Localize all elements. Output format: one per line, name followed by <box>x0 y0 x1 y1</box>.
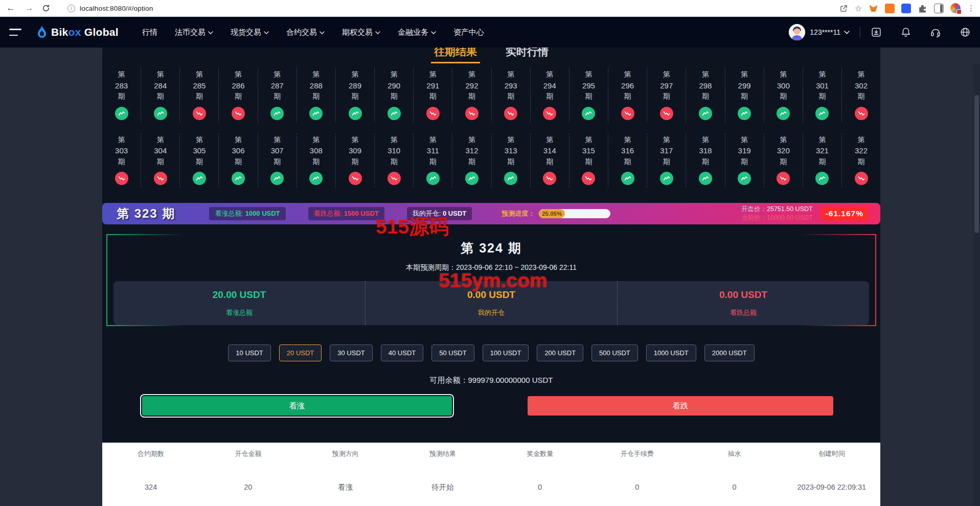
amount-button-10-usdt[interactable]: 10 USDT <box>228 344 270 361</box>
period-cell-316[interactable]: 第316期 <box>608 133 647 188</box>
period-cell-322[interactable]: 第322期 <box>842 133 880 188</box>
scrollbar-thumb[interactable] <box>974 95 979 233</box>
amount-button-40-usdt[interactable]: 40 USDT <box>381 344 423 361</box>
result-up-icon <box>660 172 673 185</box>
browser-profile-avatar[interactable] <box>950 3 961 13</box>
site-info-icon[interactable]: i <box>67 5 75 12</box>
hamburger-menu-icon[interactable] <box>9 29 21 36</box>
progress-bar: 25.05% <box>539 209 610 218</box>
nav-item-option-trade[interactable]: 期权交易 <box>342 28 380 37</box>
download-app-icon[interactable] <box>871 27 882 38</box>
refresh-icon[interactable] <box>42 4 53 12</box>
period-cell-299[interactable]: 第299期 <box>725 68 764 122</box>
tab-realtime-market[interactable]: 实时行情 <box>503 48 552 63</box>
metamask-extension-icon[interactable] <box>869 4 878 13</box>
amount-button-2000-usdt[interactable]: 2000 USDT <box>704 344 755 361</box>
table-header-cell: 合约期数 <box>102 449 199 458</box>
table-cell: 2023-09-06 22:09:31 <box>783 483 880 491</box>
nav-item-assets[interactable]: 资产中心 <box>453 28 484 37</box>
period-cell-307[interactable]: 第307期 <box>258 133 297 188</box>
period-cell-296[interactable]: 第296期 <box>608 68 647 122</box>
total-up-pill: 看涨总额: 1000 USDT <box>209 207 285 220</box>
extension-icon-blue[interactable] <box>901 4 911 13</box>
page-scrollbar[interactable] <box>973 64 980 506</box>
url-bar[interactable]: i localhost:8080/#/option <box>60 5 832 12</box>
period-cell-315[interactable]: 第315期 <box>569 133 608 188</box>
extensions-puzzle-icon[interactable] <box>918 4 927 13</box>
period-cell-303[interactable]: 第303期 <box>102 133 141 188</box>
nav-item-fiat-trade[interactable]: 法币交易 <box>175 28 213 37</box>
period-cell-308[interactable]: 第308期 <box>297 133 336 188</box>
navbar-icons <box>871 27 971 38</box>
period-cell-317[interactable]: 第317期 <box>647 133 686 188</box>
period-cell-295[interactable]: 第295期 <box>569 68 608 122</box>
period-cell-301[interactable]: 第301期 <box>803 68 842 122</box>
period-cell-290[interactable]: 第290期 <box>375 68 414 122</box>
period-cell-293[interactable]: 第293期 <box>492 68 531 122</box>
period-cell-306[interactable]: 第306期 <box>219 133 258 188</box>
period-cell-318[interactable]: 第318期 <box>686 133 725 188</box>
period-cell-292[interactable]: 第292期 <box>452 68 491 122</box>
language-globe-icon[interactable] <box>960 27 971 38</box>
nav-item-market[interactable]: 行情 <box>142 28 157 37</box>
period-324-box: 第 324 期 本期预测周期：2023-09-06 22:10 ~ 2023-0… <box>106 234 876 326</box>
period-cell-320[interactable]: 第320期 <box>764 133 803 188</box>
period-cell-310[interactable]: 第310期 <box>375 133 414 188</box>
period-cell-313[interactable]: 第313期 <box>492 133 531 188</box>
trend-up-icon <box>311 109 321 118</box>
bookmark-star-icon[interactable]: ☆ <box>855 4 862 13</box>
back-icon[interactable]: ← <box>5 3 16 13</box>
logo[interactable]: Bikox Global <box>36 25 119 39</box>
logo-text: Bikox Global <box>51 26 119 38</box>
period-cell-302[interactable]: 第302期 <box>842 68 880 122</box>
period-cell-288[interactable]: 第288期 <box>297 68 336 122</box>
period-cell-284[interactable]: 第284期 <box>141 68 180 122</box>
forward-icon[interactable]: → <box>24 3 35 13</box>
period-cell-289[interactable]: 第289期 <box>336 68 375 122</box>
nav-item-finance[interactable]: 金融业务 <box>398 28 436 37</box>
side-panel-icon[interactable] <box>934 4 944 13</box>
period-cell-294[interactable]: 第294期 <box>531 68 569 122</box>
tab-past-results[interactable]: 往期结果 <box>431 48 480 63</box>
extension-icon-orange[interactable] <box>885 4 895 13</box>
period-cell-286[interactable]: 第286期 <box>219 68 258 122</box>
amount-button-50-usdt[interactable]: 50 USDT <box>431 344 474 361</box>
period-cell-319[interactable]: 第319期 <box>725 133 764 188</box>
period-cell-297[interactable]: 第297期 <box>647 68 686 122</box>
progress-fill: 25.05% <box>539 209 565 218</box>
period-cell-283[interactable]: 第283期 <box>102 68 141 122</box>
period-cell-304[interactable]: 第304期 <box>141 133 180 188</box>
amount-button-1000-usdt[interactable]: 1000 USDT <box>646 344 696 361</box>
period-cell-285[interactable]: 第285期 <box>180 68 219 122</box>
amount-button-30-usdt[interactable]: 30 USDT <box>330 344 372 361</box>
trend-down-icon <box>623 109 632 118</box>
period-cell-312[interactable]: 第312期 <box>452 133 491 188</box>
result-down-icon <box>154 172 167 185</box>
period-cell-300[interactable]: 第300期 <box>764 68 803 122</box>
period-cell-298[interactable]: 第298期 <box>686 68 725 122</box>
buy-down-button[interactable]: 看跌 <box>528 396 833 416</box>
period-cell-291[interactable]: 第291期 <box>414 68 452 122</box>
chevron-down-icon[interactable] <box>844 31 850 34</box>
bell-icon[interactable] <box>900 27 911 38</box>
period-cell-309[interactable]: 第309期 <box>336 133 375 188</box>
username[interactable]: 123****11 <box>810 28 840 36</box>
period-cell-287[interactable]: 第287期 <box>258 68 297 122</box>
result-up-icon <box>504 172 517 185</box>
nav-item-contract-trade[interactable]: 合约交易 <box>286 28 325 37</box>
nav-item-spot-trade[interactable]: 现货交易 <box>231 28 269 37</box>
amount-button-20-usdt[interactable]: 20 USDT <box>279 344 322 361</box>
table-cell: 看涨 <box>297 482 394 492</box>
support-headset-icon[interactable] <box>930 27 941 38</box>
period-cell-311[interactable]: 第311期 <box>414 133 452 188</box>
amount-button-100-usdt[interactable]: 100 USDT <box>483 344 529 361</box>
period-cell-305[interactable]: 第305期 <box>180 133 219 188</box>
user-avatar[interactable] <box>789 24 805 40</box>
buy-up-button[interactable]: 看涨 <box>142 396 452 416</box>
share-icon[interactable] <box>839 4 848 13</box>
period-cell-314[interactable]: 第314期 <box>531 133 569 188</box>
browser-menu-icon[interactable]: ⋮ <box>967 4 975 13</box>
amount-button-500-usdt[interactable]: 500 USDT <box>591 344 638 361</box>
amount-button-200-usdt[interactable]: 200 USDT <box>537 344 583 361</box>
period-cell-321[interactable]: 第321期 <box>803 133 842 188</box>
